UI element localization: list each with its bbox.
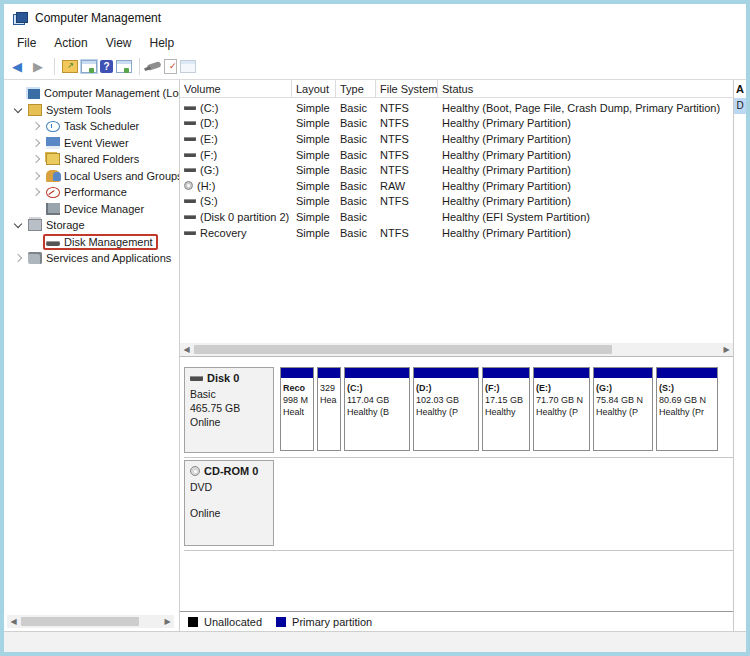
device-manager-icon <box>46 203 60 215</box>
partition-block[interactable]: (C:)117.04 GBHealthy (B <box>344 367 410 451</box>
tree-item-performance[interactable]: Performance <box>4 184 179 201</box>
legend-color-swatch <box>276 617 286 627</box>
expand-chevron-icon[interactable] <box>29 123 43 129</box>
column-header-type[interactable]: Type <box>336 80 376 97</box>
expand-chevron-icon[interactable] <box>29 140 43 146</box>
partition-text-line: Healthy (P <box>594 406 652 418</box>
volume-list-header[interactable]: VolumeLayoutTypeFile SystemStatus <box>180 80 733 98</box>
tree-item-event-viewer[interactable]: Event Viewer <box>4 135 179 152</box>
scrollbar-thumb[interactable] <box>21 617 139 626</box>
primary-partition-band <box>345 368 409 378</box>
actions-panel-selected-item[interactable]: D <box>734 98 746 114</box>
partition-legend: UnallocatedPrimary partition <box>180 611 733 631</box>
partition-block[interactable]: (F:)17.15 GBHealthy <box>482 367 530 451</box>
expand-chevron-icon[interactable] <box>29 189 43 195</box>
partition-text-line: Healthy (P <box>534 406 589 418</box>
rescan-disks-icon[interactable] <box>146 61 161 71</box>
scroll-right-icon[interactable]: ▶ <box>161 615 174 628</box>
tree-item-storage[interactable]: Storage <box>4 217 179 234</box>
tree-item-shared-folders[interactable]: Shared Folders <box>4 151 179 168</box>
volume-row[interactable]: (Disk 0 partition 2)SimpleBasicHealthy (… <box>180 209 733 225</box>
help-icon[interactable] <box>100 60 113 73</box>
volume-row[interactable]: (S:)SimpleBasicNTFSHealthy (Primary Part… <box>180 194 733 210</box>
volume-row[interactable]: (F:)SimpleBasicNTFSHealthy (Primary Part… <box>180 147 733 163</box>
window-title: Computer Management <box>35 11 161 25</box>
export-list-icon[interactable] <box>62 60 78 73</box>
file-system-cell: NTFS <box>376 195 438 207</box>
tree-horizontal-scrollbar[interactable]: ◀ ▶ <box>7 615 174 628</box>
status-cell: Healthy (Primary Partition) <box>438 133 733 145</box>
disk-0-label[interactable]: Disk 0 Basic 465.75 GB Online <box>184 367 274 453</box>
toolbar-separator <box>139 58 140 75</box>
partition-block[interactable]: Reco998 MHealt <box>280 367 314 451</box>
volume-row[interactable]: (H:)SimpleBasicRAWHealthy (Primary Parti… <box>180 178 733 194</box>
expand-chevron-icon[interactable] <box>29 156 43 162</box>
task-check-icon[interactable] <box>164 59 177 74</box>
column-header-status[interactable]: Status <box>438 80 733 97</box>
partition-text-line: (E:) <box>534 382 589 394</box>
partition-text-line: Hea <box>318 394 340 406</box>
cdrom-type: DVD <box>190 480 268 494</box>
tree-item-disk-management[interactable]: Disk Management <box>4 234 179 251</box>
primary-partition-band <box>318 368 340 378</box>
expand-chevron-icon[interactable] <box>11 255 25 261</box>
partition-block[interactable]: (E:)71.70 GB NHealthy (P <box>533 367 590 451</box>
status-cell: Healthy (Primary Partition) <box>438 149 733 161</box>
type-cell: Basic <box>336 149 376 161</box>
partition-block[interactable]: (S:)80.69 GB NHealthy (Pr <box>656 367 718 451</box>
menu-item-action[interactable]: Action <box>45 34 96 52</box>
type-cell: Basic <box>336 133 376 145</box>
column-header-volume[interactable]: Volume <box>180 80 292 97</box>
partition-block[interactable]: (G:)75.84 GB NHealthy (P <box>593 367 653 451</box>
tree-item-content: System Tools <box>25 102 116 118</box>
properties-window-icon[interactable] <box>180 60 196 73</box>
collapse-chevron-icon[interactable] <box>11 223 25 227</box>
file-system-cell: NTFS <box>376 102 438 114</box>
tree-item-content: Shared Folders <box>43 151 144 167</box>
expand-chevron-icon[interactable] <box>29 173 43 179</box>
tree-item-label: System Tools <box>46 104 111 116</box>
status-cell: Healthy (EFI System Partition) <box>438 211 733 223</box>
actions-panel-title: A <box>734 83 746 95</box>
back-arrow-icon[interactable] <box>8 58 26 74</box>
tree-item-local-users-and-groups[interactable]: Local Users and Groups <box>4 168 179 185</box>
menu-item-file[interactable]: File <box>8 34 45 52</box>
cdrom-status: Online <box>190 506 268 520</box>
volume-horizontal-scrollbar[interactable]: ◀ ▶ <box>180 343 733 357</box>
volume-row[interactable]: (C:)SimpleBasicNTFSHealthy (Boot, Page F… <box>180 100 733 116</box>
menu-bar: FileActionViewHelp <box>4 32 746 53</box>
layout-cell: Simple <box>292 195 336 207</box>
column-header-file-system[interactable]: File System <box>376 80 438 97</box>
tree-item-device-manager[interactable]: Device Manager <box>4 201 179 218</box>
volume-row[interactable]: (E:)SimpleBasicNTFSHealthy (Primary Part… <box>180 131 733 147</box>
scroll-right-icon[interactable]: ▶ <box>720 343 733 356</box>
volume-row[interactable]: RecoverySimpleBasicNTFSHealthy (Primary … <box>180 225 733 241</box>
show-console-tree-icon[interactable] <box>81 60 97 73</box>
scroll-left-icon[interactable]: ◀ <box>180 343 193 356</box>
forward-arrow-icon[interactable] <box>29 58 47 74</box>
tree-item-content: Services and Applications <box>25 250 176 266</box>
tree-item-services-and-applications[interactable]: Services and Applications <box>4 250 179 267</box>
drive-volume-icon <box>184 137 196 141</box>
volume-row[interactable]: (G:)SimpleBasicNTFSHealthy (Primary Part… <box>180 162 733 178</box>
volume-row[interactable]: (D:)SimpleBasicNTFSHealthy (Primary Part… <box>180 116 733 132</box>
volume-name: Recovery <box>200 227 246 239</box>
scrollbar-thumb[interactable] <box>194 345 612 354</box>
drive-volume-icon <box>184 199 196 203</box>
volume-cell: (C:) <box>180 102 292 114</box>
tree-item-computer-management[interactable]: Computer Management (Local <box>4 85 179 102</box>
collapse-chevron-icon[interactable] <box>11 108 25 112</box>
tree-item-system-tools[interactable]: System Tools <box>4 102 179 119</box>
column-header-layout[interactable]: Layout <box>292 80 336 97</box>
show-action-pane-icon[interactable] <box>116 60 132 73</box>
menu-item-view[interactable]: View <box>97 34 141 52</box>
partition-text-line: 17.15 GB <box>483 394 529 406</box>
partition-block[interactable]: 329Hea <box>317 367 341 451</box>
partition-block[interactable]: (D:)102.03 GBHealthy (P <box>413 367 479 451</box>
scroll-left-icon[interactable]: ◀ <box>7 615 20 628</box>
drive-volume-icon <box>184 106 196 110</box>
menu-item-help[interactable]: Help <box>141 34 184 52</box>
tree-item-task-scheduler[interactable]: Task Scheduler <box>4 118 179 135</box>
cdrom-0-label[interactable]: CD-ROM 0 DVD Online <box>184 460 274 546</box>
partition-text-line: Healthy <box>483 406 529 418</box>
